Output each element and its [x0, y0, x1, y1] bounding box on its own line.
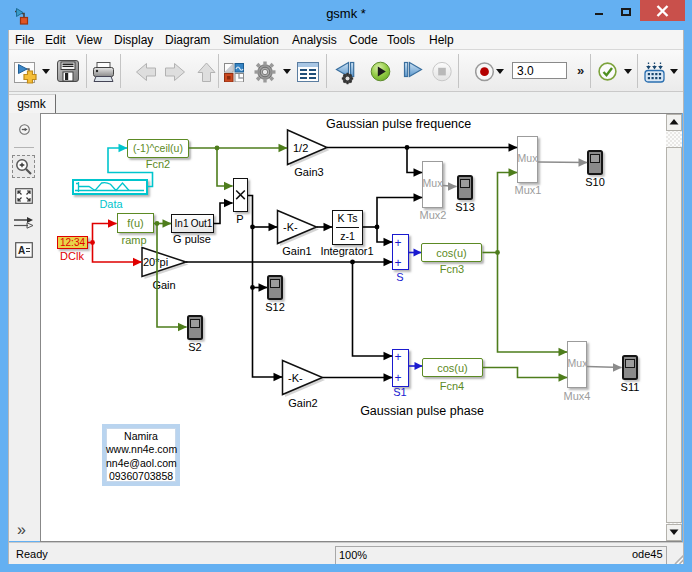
svg-text:20*pi: 20*pi [143, 256, 168, 268]
svg-text:-K-: -K- [288, 372, 303, 384]
svg-text:1/2: 1/2 [293, 142, 308, 154]
svg-text:-K-: -K- [283, 221, 298, 233]
